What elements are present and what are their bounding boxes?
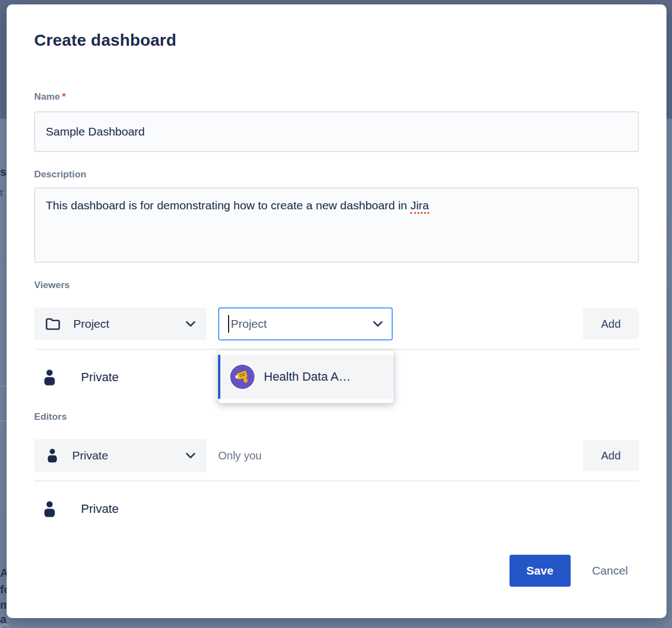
description-label: Description	[34, 169, 639, 180]
name-label: Name*	[34, 91, 639, 102]
dropdown-menu-item[interactable]: Health Data A…	[218, 355, 394, 399]
required-asterisk: *	[62, 91, 66, 102]
save-button[interactable]: Save	[510, 555, 571, 587]
chevron-down-icon	[186, 452, 196, 459]
viewers-type-select-value: Project	[73, 317, 186, 331]
viewers-control-row: Project Project Add	[34, 307, 639, 340]
description-textarea[interactable]: This dashboard is for demonstrating how …	[34, 187, 639, 263]
name-input-value: Sample Dashboard	[46, 125, 145, 138]
backdrop-circle-fragment	[0, 624, 9, 628]
viewers-search-dropdown-menu: Health Data A…	[218, 350, 394, 403]
misspelled-word: Jira	[410, 199, 429, 214]
backdrop-divider	[0, 386, 7, 387]
person-icon	[41, 369, 58, 386]
editors-label: Editors	[34, 412, 639, 423]
cancel-button[interactable]: Cancel	[589, 564, 631, 578]
editors-hint: Only you	[218, 450, 262, 462]
viewers-type-select[interactable]: Project	[34, 307, 207, 340]
editors-current-access-label: Private	[81, 502, 118, 516]
person-icon	[45, 448, 59, 463]
description-text: This dashboard is for demonstrating how …	[46, 199, 410, 212]
dropdown-item-label: Health Data A…	[264, 370, 351, 384]
name-input[interactable]: Sample Dashboard	[34, 111, 639, 152]
text-cursor	[228, 315, 229, 333]
editors-add-button[interactable]: Add	[583, 440, 639, 471]
editors-type-select-value: Private	[72, 449, 186, 462]
viewers-add-button[interactable]: Add	[583, 308, 639, 339]
modal-footer: Save Cancel	[34, 555, 639, 587]
backdrop-divider	[0, 420, 7, 421]
viewers-section: Project Project Add	[34, 307, 639, 405]
person-icon	[41, 500, 58, 518]
chevron-down-icon	[373, 321, 383, 327]
editors-current-access-row: Private	[34, 481, 639, 537]
chevron-down-icon	[186, 321, 196, 327]
folder-icon	[45, 317, 61, 331]
viewers-search-combobox[interactable]: Project	[218, 307, 393, 340]
viewers-label: Viewers	[34, 280, 639, 291]
viewers-current-access-label: Private	[81, 370, 118, 385]
modal-title: Create dashboard	[34, 4, 639, 50]
backdrop-text-fragment: t	[0, 187, 3, 199]
editors-type-select[interactable]: Private	[34, 439, 207, 472]
viewers-search-value: Project	[231, 317, 373, 331]
create-dashboard-modal: Create dashboard Name* Sample Dashboard …	[7, 4, 666, 618]
backdrop-text-fragment: s	[0, 165, 7, 178]
project-avatar-drill-icon	[230, 365, 254, 389]
editors-control-row: Private Only you Add	[34, 439, 639, 472]
